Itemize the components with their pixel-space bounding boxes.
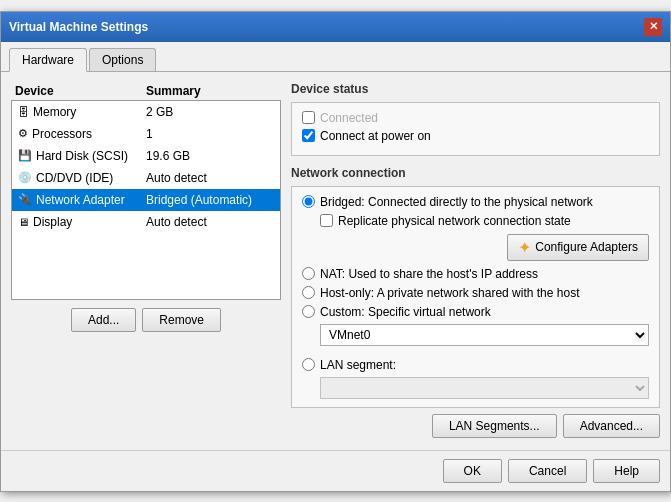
close-button[interactable]: ✕ xyxy=(644,18,662,36)
bridged-label: Bridged: Connected directly to the physi… xyxy=(320,195,593,209)
display-icon: 🖥 xyxy=(18,216,29,228)
nat-row: NAT: Used to share the host's IP address xyxy=(302,267,649,281)
titlebar: Virtual Machine Settings ✕ xyxy=(1,12,670,42)
device-row-network-adapter[interactable]: 🔌 Network Adapter Bridged (Automatic) xyxy=(12,189,280,211)
device-name-memory: 🗄 Memory xyxy=(18,105,146,119)
network-options-box: Bridged: Connected directly to the physi… xyxy=(291,186,660,408)
device-row-processors[interactable]: ⚙ Processors 1 xyxy=(12,123,280,145)
advanced-button[interactable]: Advanced... xyxy=(563,414,660,438)
device-row-cddvd[interactable]: 💿 CD/DVD (IDE) Auto detect xyxy=(12,167,280,189)
device-row-display[interactable]: 🖥 Display Auto detect xyxy=(12,211,280,233)
add-button[interactable]: Add... xyxy=(71,308,136,332)
connect-at-power-on-row: Connect at power on xyxy=(302,129,649,143)
summary-column-header: Summary xyxy=(146,84,277,98)
connected-row: Connected xyxy=(302,111,649,125)
bridged-row: Bridged: Connected directly to the physi… xyxy=(302,195,649,209)
device-name-processors: ⚙ Processors xyxy=(18,127,146,141)
configure-adapters-button[interactable]: ✦ Configure Adapters xyxy=(507,234,649,261)
right-panel: Device status Connected Connect at power… xyxy=(291,82,660,438)
memory-icon: 🗄 xyxy=(18,106,29,118)
device-name-display: 🖥 Display xyxy=(18,215,146,229)
custom-row: Custom: Specific virtual network xyxy=(302,305,649,319)
bridged-radio[interactable] xyxy=(302,195,315,208)
lan-dropdown-row xyxy=(302,377,649,399)
device-list: 🗄 Memory 2 GB ⚙ Processors 1 💾 Hard xyxy=(11,100,281,300)
host-only-label: Host-only: A private network shared with… xyxy=(320,286,579,300)
lan-segment-label: LAN segment: xyxy=(320,358,396,372)
tabs-container: Hardware Options xyxy=(1,42,670,72)
lan-segments-button[interactable]: LAN Segments... xyxy=(432,414,557,438)
remove-button[interactable]: Remove xyxy=(142,308,221,332)
replicate-label: Replicate physical network connection st… xyxy=(338,214,571,228)
harddisk-icon: 💾 xyxy=(18,149,32,162)
lan-segment-dropdown[interactable] xyxy=(320,377,649,399)
bottom-buttons-row: LAN Segments... Advanced... xyxy=(291,414,660,438)
device-name-network-adapter: 🔌 Network Adapter xyxy=(18,193,146,207)
network-connection-label: Network connection xyxy=(291,166,660,180)
network-connection-section: Network connection Bridged: Connected di… xyxy=(291,166,660,438)
tab-options[interactable]: Options xyxy=(89,48,156,71)
connected-label: Connected xyxy=(320,111,378,125)
nat-label: NAT: Used to share the host's IP address xyxy=(320,267,538,281)
replicate-checkbox[interactable] xyxy=(320,214,333,227)
nat-radio[interactable] xyxy=(302,267,315,280)
device-row-memory[interactable]: 🗄 Memory 2 GB xyxy=(12,101,280,123)
tab-hardware[interactable]: Hardware xyxy=(9,48,87,72)
cancel-button[interactable]: Cancel xyxy=(508,459,587,483)
left-panel: Device Summary 🗄 Memory 2 GB ⚙ Processor… xyxy=(11,82,281,438)
custom-dropdown-row: VMnet0 xyxy=(302,324,649,352)
configure-icon: ✦ xyxy=(518,238,531,257)
custom-network-dropdown[interactable]: VMnet0 xyxy=(320,324,649,346)
device-status-section: Device status Connected Connect at power… xyxy=(291,82,660,156)
device-list-header: Device Summary xyxy=(11,82,281,100)
connected-checkbox[interactable] xyxy=(302,111,315,124)
host-only-radio[interactable] xyxy=(302,286,315,299)
lan-segment-radio[interactable] xyxy=(302,358,315,371)
device-name-cddvd: 💿 CD/DVD (IDE) xyxy=(18,171,146,185)
configure-btn-row: ✦ Configure Adapters xyxy=(302,234,649,261)
cddvd-icon: 💿 xyxy=(18,171,32,184)
device-status-label: Device status xyxy=(291,82,660,96)
ok-button[interactable]: OK xyxy=(443,459,502,483)
processor-icon: ⚙ xyxy=(18,127,28,140)
network-icon: 🔌 xyxy=(18,193,32,206)
help-button[interactable]: Help xyxy=(593,459,660,483)
lan-segment-row: LAN segment: xyxy=(302,358,649,372)
device-status-box: Connected Connect at power on xyxy=(291,102,660,156)
left-buttons: Add... Remove xyxy=(11,308,281,332)
close-icon: ✕ xyxy=(649,20,658,33)
replicate-row: Replicate physical network connection st… xyxy=(320,214,649,228)
custom-label: Custom: Specific virtual network xyxy=(320,305,491,319)
host-only-row: Host-only: A private network shared with… xyxy=(302,286,649,300)
window-title: Virtual Machine Settings xyxy=(9,20,148,34)
main-content: Device Summary 🗄 Memory 2 GB ⚙ Processor… xyxy=(1,72,670,448)
device-row-harddisk[interactable]: 💾 Hard Disk (SCSI) 19.6 GB xyxy=(12,145,280,167)
footer-buttons: OK Cancel Help xyxy=(1,450,670,491)
connect-at-power-on-label: Connect at power on xyxy=(320,129,431,143)
custom-radio[interactable] xyxy=(302,305,315,318)
vm-settings-window: Virtual Machine Settings ✕ Hardware Opti… xyxy=(0,11,671,492)
device-column-header: Device xyxy=(15,84,146,98)
connect-at-power-on-checkbox[interactable] xyxy=(302,129,315,142)
device-name-harddisk: 💾 Hard Disk (SCSI) xyxy=(18,149,146,163)
